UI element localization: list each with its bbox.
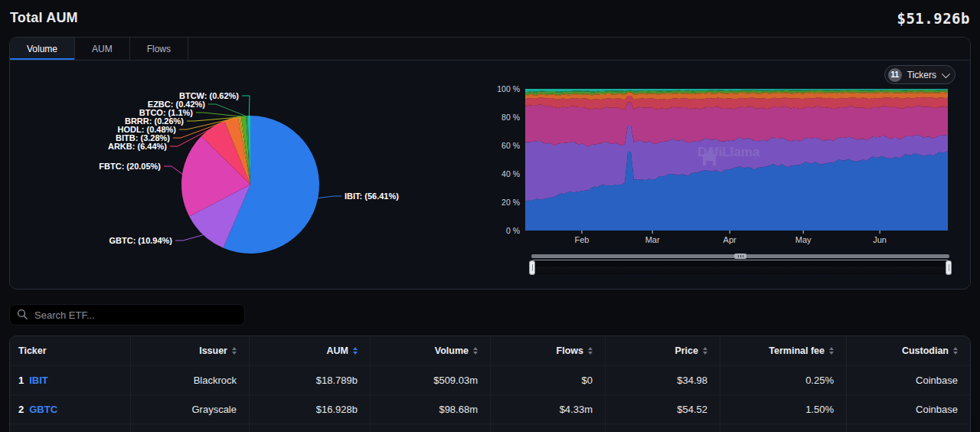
column-header-price[interactable]: Price [606, 336, 720, 365]
cell-price: $34.98 [606, 365, 720, 394]
brush-handle-right[interactable] [946, 260, 952, 275]
chart-content: IBIT: (56.41%)GBTC: (10.94%)FBTC: (20.05… [10, 61, 970, 290]
table-row: 3FBTCFidelity$10.383b$132.36m$58.750.25%… [10, 424, 970, 432]
pie-label-EZBC: EZBC: (0.42%) [148, 100, 206, 109]
brush-grip-handle[interactable] [734, 254, 746, 259]
pie-label-line-GBTC [175, 234, 204, 241]
table-header-row: TickerIssuerAUMVolumeFlowsPriceTerminal … [10, 336, 970, 365]
cell-aum: $10.383b [250, 424, 371, 432]
brush-mini-chart [532, 267, 949, 274]
cell-fee: 0.25% [720, 424, 847, 432]
cell-issuer: Blackrock [131, 365, 250, 394]
table-row: 2GBTCGrayscale$16.928b$98.68m$4.33m$54.5… [10, 394, 970, 424]
column-header-flows[interactable]: Flows [491, 336, 606, 365]
cell-ticker: 2GBTC [10, 394, 131, 424]
brush-window[interactable] [531, 260, 949, 274]
column-header-label: Custodian [902, 345, 949, 356]
row-rank: 2 [18, 404, 24, 415]
table-body: 1IBITBlackrock$18.789b$509.03m$0$34.980.… [10, 365, 970, 432]
pie-label-line-BTCO [196, 113, 243, 116]
cell-ticker: 3FBTC [10, 424, 131, 432]
x-axis-tick: Apr [724, 235, 737, 244]
pie-label-FBTC: FBTC: (20.05%) [99, 162, 161, 171]
column-header-label: Flows [557, 345, 583, 356]
tab-aum[interactable]: AUM [75, 38, 130, 60]
cell-issuer: Grayscale [131, 394, 250, 424]
sort-icon [473, 347, 478, 355]
cell-fee: 1.50% [720, 394, 847, 424]
y-axis-tick: 60 % [501, 141, 520, 150]
y-axis-tick: 20 % [501, 198, 520, 207]
column-header-custodian[interactable]: Custodian [847, 336, 970, 365]
pie-label-BITB: BITB: (3.28%) [116, 133, 170, 142]
cell-custodian: Coinbase [847, 394, 970, 424]
cell-flows [491, 424, 606, 432]
column-header-volume[interactable]: Volume [371, 336, 491, 365]
pie-label-ARKB: ARKB: (6.44%) [108, 142, 167, 151]
cell-flows: $0 [491, 365, 606, 394]
chevron-down-icon [942, 69, 950, 77]
tickers-count-badge: 11 [888, 68, 902, 82]
cell-aum: $18.789b [250, 365, 371, 394]
column-header-label: AUM [327, 345, 348, 356]
cell-ticker: 1IBIT [10, 365, 131, 394]
cell-flows: $4.33m [491, 394, 606, 424]
pie-label-BRRR: BRRR: (0.26%) [125, 116, 184, 126]
page-title: Total AUM [10, 10, 78, 26]
column-header-ticker: Ticker [10, 336, 131, 365]
search-input[interactable] [9, 304, 245, 326]
pie-label-BTCW: BTCW: (0.62%) [179, 91, 239, 100]
x-axis-tick: Feb [574, 235, 589, 244]
tickers-dropdown-button[interactable]: 11 Tickers [884, 65, 956, 84]
cell-volume: $98.68m [371, 394, 491, 424]
cell-volume: $132.36m [371, 424, 491, 432]
x-axis-tick: May [795, 235, 812, 244]
cell-price: $58.75 [606, 424, 720, 432]
table-row: 1IBITBlackrock$18.789b$509.03m$0$34.980.… [10, 365, 970, 394]
y-axis-tick: 100 % [497, 84, 520, 93]
brush-handle-left[interactable] [529, 260, 535, 275]
column-header-terminal-fee[interactable]: Terminal fee [720, 336, 847, 365]
tab-flows[interactable]: Flows [130, 38, 188, 60]
column-header-label: Issuer [199, 345, 227, 356]
y-axis-tick: 40 % [501, 169, 520, 178]
cell-custodian: Self custody [847, 424, 970, 432]
search-icon [17, 309, 28, 320]
sort-icon [588, 347, 593, 355]
etf-table: TickerIssuerAUMVolumeFlowsPriceTerminal … [9, 335, 971, 432]
cell-issuer: Fidelity [131, 424, 250, 432]
sort-icon [703, 347, 707, 355]
sort-icon [353, 347, 358, 355]
chart-tabbar: Volume AUM Flows [10, 38, 970, 61]
y-axis-tick: 80 % [501, 113, 520, 122]
pie-label-line-FBTC [164, 166, 183, 175]
cell-price: $54.52 [606, 394, 720, 424]
cell-volume: $509.03m [371, 365, 491, 394]
column-header-label: Ticker [18, 345, 47, 356]
ticker-link-IBIT[interactable]: IBIT [29, 375, 48, 386]
pie-label-GBTC: GBTC: (10.94%) [109, 236, 172, 245]
tab-volume[interactable]: Volume [10, 38, 75, 60]
tickers-dropdown-label: Tickers [907, 70, 936, 80]
column-header-label: Terminal fee [769, 345, 825, 356]
pie-label-line-IBIT [317, 196, 341, 198]
y-axis-tick: 0 % [506, 226, 520, 235]
brush-track[interactable] [531, 254, 949, 258]
cell-fee: 0.25% [720, 365, 847, 394]
sort-icon [829, 347, 834, 355]
cell-aum: $16.928b [250, 394, 371, 424]
row-rank: 1 [18, 375, 24, 386]
sort-icon [232, 347, 237, 355]
column-header-aum[interactable]: AUM [250, 336, 371, 365]
x-axis-tick: Mar [645, 235, 660, 244]
pie-label-BTCO: BTCO: (1.1%) [139, 108, 194, 117]
x-axis-tick: Jun [873, 235, 887, 244]
column-header-issuer[interactable]: Issuer [131, 336, 250, 365]
page-header: Total AUM $51.926b [0, 0, 980, 37]
pie-label-HODL: HODL: (0.48%) [118, 125, 177, 134]
pie-label-IBIT: IBIT: (56.41%) [345, 191, 399, 201]
pie-label-line-BTCW [242, 96, 250, 116]
ticker-link-GBTC[interactable]: GBTC [29, 404, 57, 415]
sort-icon [953, 347, 958, 355]
charts-panel: Volume AUM Flows IBIT: (56.41%)GBTC: (10… [9, 37, 971, 290]
